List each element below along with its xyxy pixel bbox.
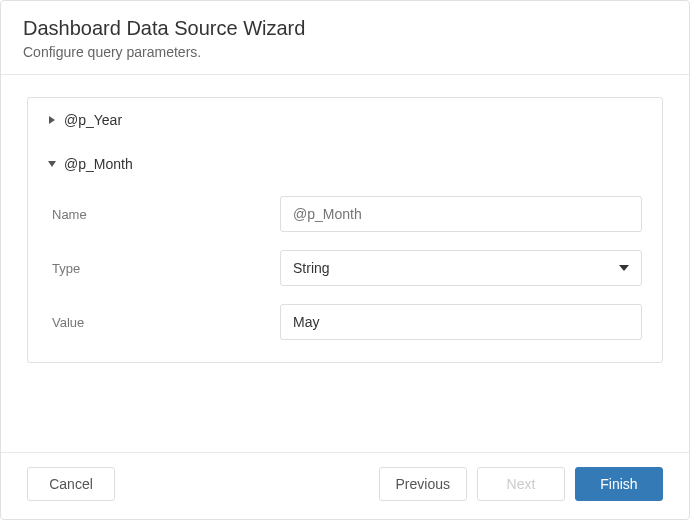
next-button: Next <box>477 467 565 501</box>
finish-button[interactable]: Finish <box>575 467 663 501</box>
field-label-value: Value <box>48 315 280 330</box>
parameter-label: @p_Year <box>64 112 122 128</box>
field-row-value: Value <box>48 304 642 340</box>
previous-button[interactable]: Previous <box>379 467 467 501</box>
cancel-button[interactable]: Cancel <box>27 467 115 501</box>
triangle-down-icon <box>48 160 58 168</box>
dialog-footer: Cancel Previous Next Finish <box>1 452 689 519</box>
field-row-type: Type String <box>48 250 642 286</box>
dialog-header: Dashboard Data Source Wizard Configure q… <box>1 1 689 75</box>
name-input[interactable] <box>280 196 642 232</box>
field-control-name <box>280 196 642 232</box>
parameter-detail: Name Type String <box>28 196 662 362</box>
field-control-type: String <box>280 250 642 286</box>
parameter-label: @p_Month <box>64 156 133 172</box>
field-control-value <box>280 304 642 340</box>
field-row-name: Name <box>48 196 642 232</box>
dialog-body: @p_Year @p_Month Name Type <box>1 75 689 452</box>
field-label-type: Type <box>48 261 280 276</box>
triangle-right-icon <box>48 116 58 124</box>
parameter-row-collapsed[interactable]: @p_Year <box>28 98 662 142</box>
type-select-value: String <box>293 260 330 276</box>
value-input[interactable] <box>280 304 642 340</box>
dialog-subtitle: Configure query parameters. <box>23 44 667 60</box>
field-label-name: Name <box>48 207 280 222</box>
dialog-title: Dashboard Data Source Wizard <box>23 17 667 40</box>
wizard-dialog: Dashboard Data Source Wizard Configure q… <box>0 0 690 520</box>
parameters-panel: @p_Year @p_Month Name Type <box>27 97 663 363</box>
parameter-row-expanded[interactable]: @p_Month <box>28 142 662 178</box>
type-select[interactable]: String <box>280 250 642 286</box>
footer-right-group: Previous Next Finish <box>379 467 663 501</box>
chevron-down-icon <box>619 265 629 271</box>
